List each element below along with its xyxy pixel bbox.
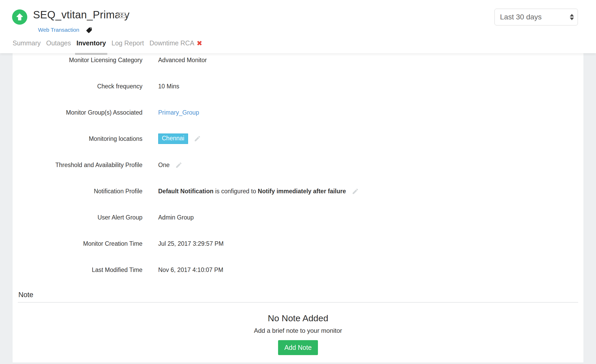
row-label: Monitoring locations bbox=[13, 135, 142, 142]
row-value: Default Notification is configured to No… bbox=[158, 188, 359, 195]
edit-pencil-icon[interactable] bbox=[194, 135, 201, 142]
edit-pencil-icon[interactable] bbox=[352, 188, 359, 195]
row-value-text: Nov 6, 2017 4:10:07 PM bbox=[158, 266, 223, 274]
note-empty-state: No Note Added Add a brief note to your m… bbox=[18, 303, 578, 355]
row-value: Nov 6, 2017 4:10:07 PM bbox=[158, 266, 223, 274]
header: SEQ_vtitan_Primary Web Transaction Last … bbox=[0, 0, 596, 53]
inventory-row: User Alert Group Admin Group bbox=[13, 204, 583, 231]
tab-outages[interactable]: Outages bbox=[46, 39, 71, 47]
row-value-text: Admin Group bbox=[158, 214, 194, 221]
row-value-text: 10 Mins bbox=[158, 83, 179, 90]
inventory-table: Monitor Licensing Category Advanced Moni… bbox=[13, 47, 583, 283]
row-value: Admin Group bbox=[158, 214, 194, 221]
monitor-type-link[interactable]: Web Transaction bbox=[38, 27, 79, 33]
date-range-select[interactable]: Last 30 days bbox=[494, 9, 578, 25]
date-range-value: Last 30 days bbox=[500, 13, 570, 21]
row-value: Primary_Group bbox=[158, 109, 199, 116]
tab-label: Outages bbox=[46, 39, 71, 47]
tab-label: Inventory bbox=[76, 39, 106, 47]
inventory-row: Monitoring locations Chennai bbox=[13, 126, 583, 152]
inventory-row: Monitor Group(s) Associated Primary_Grou… bbox=[13, 99, 583, 126]
tab-summary[interactable]: Summary bbox=[13, 39, 41, 47]
tabs: Summary Outages Inventory Log Report Dow… bbox=[13, 39, 202, 47]
tab-downtime-rca[interactable]: Downtime RCA ✖ bbox=[150, 39, 203, 47]
row-value: Chennai bbox=[158, 133, 201, 144]
tab-log-report[interactable]: Log Report bbox=[111, 39, 144, 47]
content-card: Monitor Licensing Category Advanced Moni… bbox=[13, 53, 583, 362]
row-value: Advanced Monitor bbox=[158, 57, 207, 64]
page-title: SEQ_vtitan_Primary bbox=[33, 9, 130, 21]
row-value: 10 Mins bbox=[158, 83, 179, 90]
row-label: Monitor Group(s) Associated bbox=[13, 109, 142, 116]
row-value-text: Default Notification is configured to No… bbox=[158, 188, 346, 195]
select-spinner-icon bbox=[570, 14, 574, 20]
up-arrow-icon bbox=[15, 13, 24, 22]
monitor-status-icon bbox=[12, 9, 27, 25]
row-value: Jul 25, 2017 3:29:57 PM bbox=[158, 240, 224, 247]
hamburger-menu-icon[interactable] bbox=[119, 12, 126, 18]
tag-icon[interactable] bbox=[86, 27, 92, 35]
location-badge: Chennai bbox=[158, 133, 188, 144]
row-value-text: Jul 25, 2017 3:29:57 PM bbox=[158, 240, 224, 247]
row-label: Monitor Licensing Category bbox=[13, 57, 142, 64]
inventory-row: Notification Profile Default Notificatio… bbox=[13, 178, 583, 204]
row-value: One bbox=[158, 162, 182, 169]
monitor-group-link[interactable]: Primary_Group bbox=[158, 109, 199, 116]
add-note-button[interactable]: Add Note bbox=[278, 340, 318, 355]
row-label: Check frequency bbox=[13, 83, 142, 90]
note-empty-subtitle: Add a brief note to your monitor bbox=[18, 327, 578, 334]
inventory-row: Check frequency 10 Mins bbox=[13, 73, 583, 99]
tab-label: Summary bbox=[13, 39, 41, 47]
row-label: User Alert Group bbox=[13, 214, 142, 221]
row-value-text: Advanced Monitor bbox=[158, 57, 207, 64]
row-label: Monitor Creation Time bbox=[13, 240, 142, 247]
row-label: Threshold and Availability Profile bbox=[13, 162, 142, 169]
inventory-row: Monitor Creation Time Jul 25, 2017 3:29:… bbox=[13, 231, 583, 257]
note-heading: Note bbox=[18, 291, 578, 299]
note-empty-title: No Note Added bbox=[18, 313, 578, 323]
inventory-row: Last Modified Time Nov 6, 2017 4:10:07 P… bbox=[13, 257, 583, 283]
row-value-text: One bbox=[158, 162, 169, 169]
tab-inventory[interactable]: Inventory bbox=[76, 39, 106, 47]
row-label: Last Modified Time bbox=[13, 266, 142, 274]
inventory-row: Threshold and Availability Profile One bbox=[13, 152, 583, 178]
tab-label: Downtime RCA bbox=[150, 39, 194, 47]
tab-label: Log Report bbox=[111, 39, 144, 47]
note-section: Note No Note Added Add a brief note to y… bbox=[18, 291, 578, 355]
close-icon[interactable]: ✖ bbox=[197, 40, 203, 47]
row-label: Notification Profile bbox=[13, 188, 142, 195]
edit-pencil-icon[interactable] bbox=[175, 162, 182, 169]
